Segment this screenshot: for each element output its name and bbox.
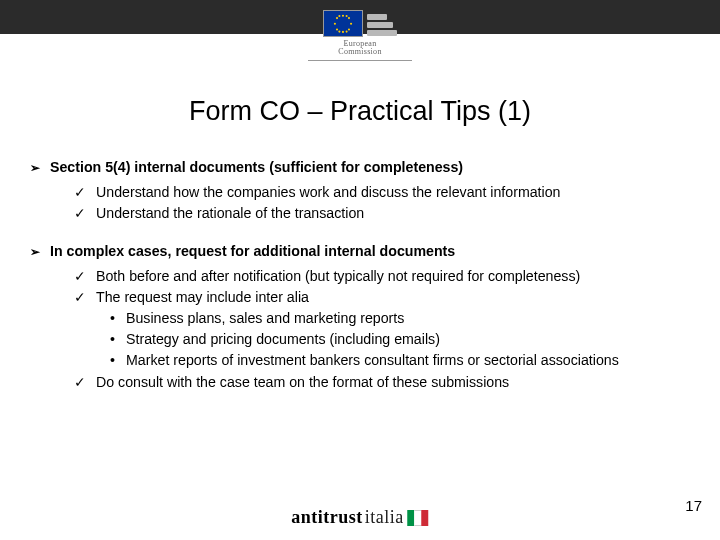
ec-logo-bars-icon	[367, 14, 397, 36]
footer-logo-part2: italia	[365, 507, 404, 528]
dot-bullet-icon: •	[110, 351, 115, 370]
sub-list-item-text: Business plans, sales and marketing repo…	[126, 310, 404, 326]
ec-logo-graphic	[323, 10, 397, 37]
svg-point-4	[336, 17, 338, 19]
sub-list-item: • Strategy and pricing documents (includ…	[30, 330, 690, 349]
dot-bullet-icon: •	[110, 309, 115, 328]
slide-content: ➢ Section 5(4) internal documents (suffi…	[30, 158, 690, 410]
list-item: ✓ The request may include inter alia	[30, 288, 690, 307]
svg-point-3	[350, 23, 352, 25]
section-heading-text: In complex cases, request for additional…	[50, 243, 455, 259]
dot-bullet-icon: •	[110, 330, 115, 349]
svg-point-1	[342, 31, 344, 33]
check-bullet-icon: ✓	[74, 267, 86, 286]
eu-flag-icon	[323, 10, 363, 37]
arrow-bullet-icon: ➢	[30, 244, 40, 260]
list-item-text: Do consult with the case team on the for…	[96, 374, 509, 390]
check-bullet-icon: ✓	[74, 288, 86, 307]
ec-logo-line2: Commission	[338, 47, 381, 56]
svg-point-5	[348, 17, 350, 19]
slide-title: Form CO – Practical Tips (1)	[0, 96, 720, 127]
list-item: ✓ Understand the rationale of the transa…	[30, 204, 690, 223]
list-item: ✓ Both before and after notification (bu…	[30, 267, 690, 286]
check-bullet-icon: ✓	[74, 204, 86, 223]
svg-point-10	[338, 31, 340, 33]
section-heading: ➢ Section 5(4) internal documents (suffi…	[30, 158, 690, 177]
svg-point-0	[342, 15, 344, 17]
slide: European Commission Form CO – Practical …	[0, 0, 720, 540]
svg-point-2	[334, 23, 336, 25]
check-bullet-icon: ✓	[74, 373, 86, 392]
list-item-text: Understand the rationale of the transact…	[96, 205, 364, 221]
section-heading: ➢ In complex cases, request for addition…	[30, 242, 690, 261]
list-item: ✓ Do consult with the case team on the f…	[30, 373, 690, 392]
list-item: ✓ Understand how the companies work and …	[30, 183, 690, 202]
ec-logo-underline	[308, 60, 412, 61]
sub-list-item-text: Strategy and pricing documents (includin…	[126, 331, 440, 347]
footer-logo: antitrustitalia	[291, 507, 428, 528]
ec-logo: European Commission	[308, 10, 412, 61]
section-heading-text: Section 5(4) internal documents (suffici…	[50, 159, 463, 175]
section-items: ✓ Understand how the companies work and …	[30, 183, 690, 223]
sub-list-item: • Business plans, sales and marketing re…	[30, 309, 690, 328]
ec-logo-text: European Commission	[338, 40, 381, 57]
section-items: ✓ Both before and after notification (bu…	[30, 267, 690, 392]
list-item-text: Both before and after notification (but …	[96, 268, 580, 284]
svg-point-6	[336, 28, 338, 30]
italy-flag-icon	[408, 510, 429, 526]
list-item-text: Understand how the companies work and di…	[96, 184, 561, 200]
sub-list-item-text: Market reports of investment bankers con…	[126, 352, 619, 368]
arrow-bullet-icon: ➢	[30, 160, 40, 176]
svg-point-7	[348, 28, 350, 30]
list-item-text: The request may include inter alia	[96, 289, 309, 305]
sub-list-item: • Market reports of investment bankers c…	[30, 351, 690, 370]
svg-point-11	[346, 31, 348, 33]
page-number: 17	[685, 497, 702, 514]
footer-logo-part1: antitrust	[291, 507, 363, 528]
check-bullet-icon: ✓	[74, 183, 86, 202]
svg-point-9	[346, 15, 348, 17]
svg-point-8	[338, 15, 340, 17]
